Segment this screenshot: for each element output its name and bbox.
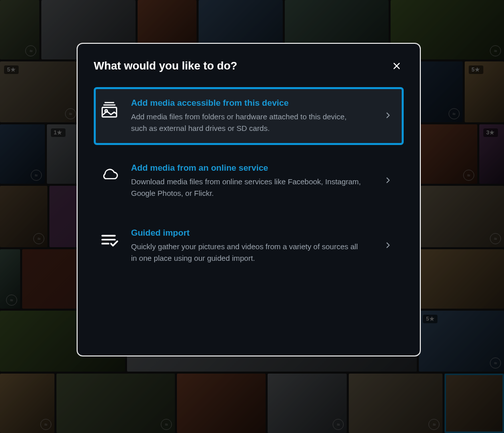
chevron-right-icon bbox=[385, 242, 395, 251]
close-button[interactable] bbox=[390, 59, 404, 73]
chevron-right-icon bbox=[385, 177, 395, 186]
cloud-icon bbox=[99, 164, 120, 185]
checklist-icon bbox=[99, 229, 120, 250]
option-text: Guided import Quickly gather your pictur… bbox=[131, 228, 373, 264]
image-stack-icon bbox=[99, 99, 120, 120]
option-description: Add media files from folders or hardware… bbox=[131, 111, 363, 134]
modal-header: What would you like to do? bbox=[94, 59, 404, 73]
option-text: Add media accessible from this device Ad… bbox=[131, 98, 373, 134]
add-media-modal: What would you like to do? Add media acc… bbox=[77, 43, 421, 356]
option-guided-import[interactable]: Guided import Quickly gather your pictur… bbox=[94, 217, 404, 275]
option-text: Add media from an online service Downloa… bbox=[131, 163, 373, 199]
chevron-right-icon bbox=[385, 112, 395, 121]
option-title: Add media accessible from this device bbox=[131, 98, 373, 108]
option-add-from-device[interactable]: Add media accessible from this device Ad… bbox=[94, 87, 404, 145]
option-description: Download media files from online service… bbox=[131, 176, 363, 199]
modal-title: What would you like to do? bbox=[94, 59, 237, 73]
close-icon bbox=[392, 61, 401, 70]
option-add-from-online[interactable]: Add media from an online service Downloa… bbox=[94, 152, 404, 210]
option-description: Quickly gather your pictures and videos … bbox=[131, 241, 363, 264]
option-title: Add media from an online service bbox=[131, 163, 373, 173]
option-title: Guided import bbox=[131, 228, 373, 238]
